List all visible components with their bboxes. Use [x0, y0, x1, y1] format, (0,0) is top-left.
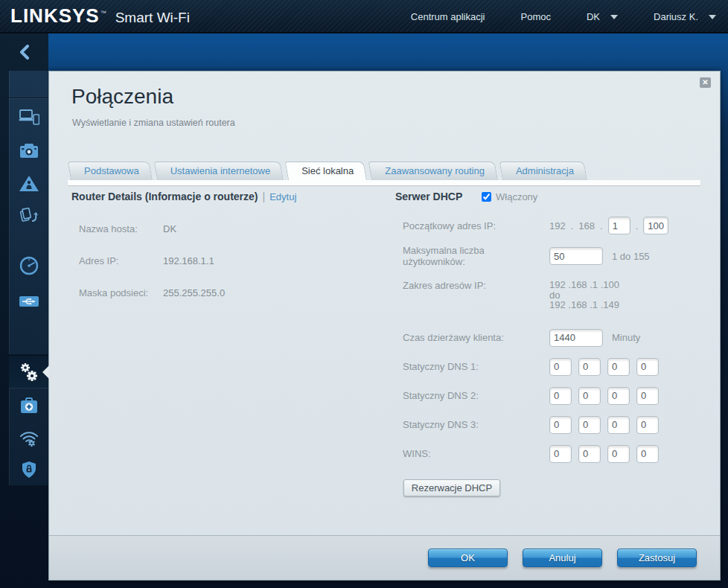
dns2-octet1-input[interactable]: [549, 387, 572, 405]
lease-time-input[interactable]: [549, 329, 603, 347]
tab-ustawienia-internetowe[interactable]: Ustawienia internetowe: [157, 162, 284, 180]
sidebar-item-troubleshooting[interactable]: [9, 389, 48, 422]
tab-strip: Podstawowa Ustawienia internetowe Sieć l…: [68, 161, 700, 185]
edit-link[interactable]: Edytuj: [269, 191, 296, 202]
sidebar-item-security[interactable]: [9, 453, 48, 486]
ip-range-to-word: do: [549, 290, 619, 301]
chevron-down-icon: [610, 15, 618, 19]
top-nav: Centrum aplikacji Pomoc DK Dariusz K.: [411, 0, 728, 33]
dns3-octet1-input[interactable]: [549, 416, 572, 434]
cancel-button[interactable]: Anuluj: [523, 549, 602, 567]
apply-button[interactable]: Zastosuj: [617, 549, 697, 567]
router-details-heading: Router Details (Informacje o routerze)|E…: [71, 191, 392, 202]
ip-range-to: 192 .168 .1 .149: [549, 300, 619, 310]
sidebar-item-speed-test[interactable]: [9, 249, 48, 282]
connectivity-dialog: ✕ Połączenia Wyświetlanie i zmiana ustaw…: [48, 71, 721, 581]
dhcp-heading-row: Serwer DHCP Włączony: [395, 191, 714, 202]
dns1-label: Statyczny DNS 1:: [403, 361, 549, 372]
ip-address-value: 192.168.1.1: [163, 255, 214, 266]
router-dropdown[interactable]: DK: [587, 11, 618, 22]
start-ip-row: Początkowy adres IP: 192 . 168 . .: [395, 217, 714, 234]
lease-time-label: Czas dzierżawy klienta:: [403, 332, 549, 343]
sidebar-item-usb-storage[interactable]: [9, 285, 48, 318]
max-users-input[interactable]: [549, 247, 603, 265]
dhcp-server-section: Serwer DHCP Włączony Początkowy adres IP…: [395, 191, 714, 496]
user-name-label: Dariusz K.: [654, 11, 698, 22]
tab-administracja[interactable]: Administracja: [502, 162, 587, 180]
tab-zaawansowany-routing[interactable]: Zaawansowany routing: [371, 162, 498, 180]
sidebar-item-media[interactable]: [9, 135, 48, 167]
chevron-down-icon: [709, 15, 716, 19]
sidebar: [0, 33, 48, 588]
start-ip-octet3-input[interactable]: [608, 217, 630, 234]
sidebar-item-prioritization[interactable]: [9, 200, 48, 233]
dns1-octet4-input[interactable]: [636, 358, 659, 376]
heading-separator: |: [263, 191, 266, 202]
dns3-octets: [549, 416, 659, 434]
wins-label: WINS:: [403, 448, 549, 459]
sidebar-back-button[interactable]: [0, 41, 48, 63]
max-users-hint: 1 do 155: [612, 251, 650, 262]
host-name-value: DK: [163, 223, 176, 234]
sidebar-item-connectivity[interactable]: [9, 355, 48, 389]
subnet-mask-value: 255.255.255.0: [163, 287, 225, 298]
brand-product: Smart Wi-Fi: [115, 10, 190, 26]
app-center-link[interactable]: Centrum aplikacji: [411, 11, 485, 22]
octet-dot: .: [571, 220, 574, 231]
dns1-octet1-input[interactable]: [549, 358, 572, 376]
tab-strip-base: [68, 180, 700, 185]
dns1-octet3-input[interactable]: [607, 358, 630, 376]
dns3-octet2-input[interactable]: [578, 416, 601, 434]
sidebar-item-wireless[interactable]: [9, 422, 48, 455]
app-center-label: Centrum aplikacji: [411, 11, 485, 22]
dns3-octet4-input[interactable]: [636, 416, 659, 434]
devices-icon: [19, 109, 39, 125]
dns2-octet2-input[interactable]: [578, 387, 601, 405]
dns3-octet3-input[interactable]: [607, 416, 630, 434]
start-ip-octet4-input[interactable]: [643, 217, 668, 234]
dhcp-enabled-label: Włączony: [496, 191, 537, 202]
start-ip-octets: 192 . 168 . .: [549, 217, 668, 234]
start-ip-octet2: 168: [578, 220, 595, 231]
dhcp-enabled-checkbox[interactable]: [482, 192, 491, 202]
start-ip-octet1: 192: [549, 220, 566, 231]
active-item-pointer-icon: [42, 365, 49, 379]
dhcp-reservations-button[interactable]: Rezerwacje DHCP: [403, 479, 500, 496]
sidebar-item-parental-controls[interactable]: [9, 167, 48, 200]
usb-icon: [19, 295, 39, 308]
warning-triangle-icon: [19, 175, 39, 193]
page-subtitle: Wyświetlanie i zmiana ustawień routera: [72, 118, 235, 128]
dns2-octet3-input[interactable]: [607, 387, 630, 405]
dns1-octet2-input[interactable]: [578, 358, 601, 376]
toolbox-plus-icon: [19, 397, 39, 414]
help-link[interactable]: Pomoc: [521, 11, 551, 22]
wins-octet2-input[interactable]: [578, 445, 601, 463]
sidebar-item-devices[interactable]: [9, 100, 48, 133]
dns2-octets: [549, 387, 659, 405]
dns2-row: Statyczny DNS 2:: [395, 387, 714, 405]
wins-octet4-input[interactable]: [636, 445, 659, 463]
max-users-row: Maksymalna liczba użytkowników: 1 do 155: [395, 245, 714, 267]
sidebar-panel: [9, 71, 48, 485]
wins-octet3-input[interactable]: [607, 445, 630, 463]
router-details-section: Router Details (Informacje o routerze)|E…: [71, 191, 392, 298]
dhcp-heading: Serwer DHCP: [395, 191, 482, 202]
wins-octet1-input[interactable]: [549, 445, 572, 463]
user-dropdown[interactable]: Dariusz K.: [654, 11, 716, 22]
tab-podstawowa[interactable]: Podstawowa: [71, 162, 153, 180]
page-title: Połączenia: [71, 85, 173, 109]
dns1-row: Statyczny DNS 1:: [395, 358, 714, 376]
tab-siec-lokalna[interactable]: Sieć lokalna: [288, 162, 367, 180]
wins-octets: [549, 445, 659, 463]
octet-dot: .: [636, 220, 639, 231]
host-name-row: Nazwa hosta: DK: [71, 223, 392, 234]
close-icon[interactable]: ✕: [700, 77, 711, 88]
router-details-title: Router Details (Informacje o routerze): [71, 191, 258, 202]
sidebar-divider: [9, 98, 48, 98]
ip-address-label: Adres IP:: [79, 255, 163, 266]
wins-row: WINS:: [395, 445, 714, 463]
dialog-footer: OK Anuluj Zastosuj: [49, 535, 720, 580]
dns2-octet4-input[interactable]: [636, 387, 659, 405]
ok-button[interactable]: OK: [428, 549, 508, 567]
back-chevron-icon: [19, 45, 30, 60]
